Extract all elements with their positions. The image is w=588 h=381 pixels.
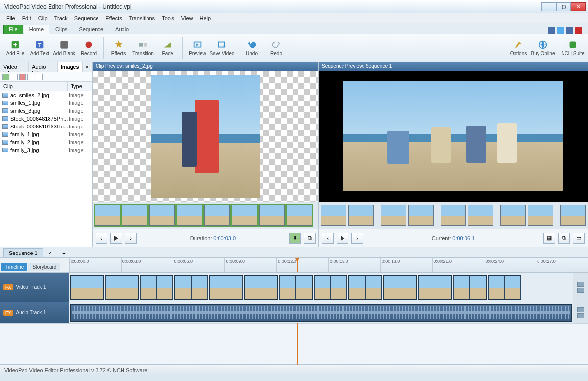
bin-item[interactable]: smiles_3.jpgImage xyxy=(0,107,92,115)
video-clip[interactable] xyxy=(453,275,487,300)
filmstrip-thumb[interactable] xyxy=(468,205,493,226)
video-clip[interactable] xyxy=(279,275,313,300)
video-track-header[interactable]: FX Video Track 1 xyxy=(0,273,69,302)
bin-view-icon[interactable] xyxy=(36,74,43,80)
clip-in-button[interactable]: ⬇ xyxy=(289,233,301,244)
bin-item[interactable]: ac_smiles_2.jpgImage xyxy=(0,91,92,99)
track-fx-badge[interactable]: FX xyxy=(3,284,13,290)
filmstrip-thumb[interactable] xyxy=(122,205,147,226)
timeline-empty-area[interactable] xyxy=(0,323,588,364)
video-clip[interactable] xyxy=(140,275,173,300)
menu-clip[interactable]: Clip xyxy=(35,14,50,22)
bin-item[interactable]: family_1.jpgImage xyxy=(0,130,92,138)
options-button[interactable]: Options xyxy=(507,35,530,61)
filmstrip-thumb[interactable] xyxy=(204,205,230,226)
video-clip[interactable] xyxy=(209,275,243,300)
storyboard-view-button[interactable]: Storyboard xyxy=(28,263,60,271)
video-clip[interactable] xyxy=(244,275,278,300)
seq-split-button[interactable]: ⧉ xyxy=(558,233,570,244)
filmstrip-thumb[interactable] xyxy=(321,205,346,226)
bin-item[interactable]: Stock_0006510163Ho...Image xyxy=(0,123,92,130)
redo-button[interactable]: Redo xyxy=(265,35,288,61)
clip-next-button[interactable]: › xyxy=(125,233,137,244)
bin-item[interactable]: family_3.jpgImage xyxy=(0,146,92,154)
minimize-button[interactable]: — xyxy=(541,2,556,11)
maximize-button[interactable]: ▢ xyxy=(556,2,571,11)
filmstrip-thumb[interactable] xyxy=(259,205,285,226)
add-blank-button[interactable]: Add Blank xyxy=(52,35,76,61)
menu-edit[interactable]: Edit xyxy=(19,14,34,22)
seq-next-button[interactable]: › xyxy=(351,233,363,244)
timeline-ruler[interactable]: 0:00:00.0 0:00:03.0 0:00:06.0 0:00:09.0 … xyxy=(69,258,588,272)
seq-current-value[interactable]: 0:00:06.1 xyxy=(452,235,475,241)
youtube-icon[interactable] xyxy=(575,27,582,34)
ribbon-tab-clips[interactable]: Clips xyxy=(50,25,73,34)
sequence-add-button[interactable]: + xyxy=(57,248,71,257)
nch-suite-button[interactable]: NCH Suite xyxy=(561,35,585,61)
seq-play-button[interactable] xyxy=(337,233,348,244)
add-text-button[interactable]: TAdd Text xyxy=(28,35,51,61)
clip-play-button[interactable] xyxy=(110,233,122,244)
video-clip[interactable] xyxy=(174,275,208,300)
bin-item[interactable]: Stock_0006481875Ph...Image xyxy=(0,115,92,123)
video-track-content[interactable] xyxy=(69,273,573,302)
bin-item[interactable]: smiles_1.jpgImage xyxy=(0,99,92,107)
seq-snapshot-button[interactable]: ▦ xyxy=(543,233,555,244)
video-clip[interactable] xyxy=(488,275,521,300)
track-solo-icon[interactable] xyxy=(577,313,584,318)
transition-button[interactable]: Transition xyxy=(131,35,155,61)
ribbon-tab-sequence[interactable]: Sequence xyxy=(74,25,109,34)
save-video-button[interactable]: Save Video xyxy=(210,35,234,61)
menu-help[interactable]: Help xyxy=(196,14,214,22)
facebook-icon[interactable] xyxy=(548,27,555,34)
filmstrip-thumb[interactable] xyxy=(287,205,312,226)
clip-out-button[interactable]: ⧉ xyxy=(304,233,316,244)
video-clip[interactable] xyxy=(70,275,104,300)
bin-tab-video[interactable]: Video Files xyxy=(0,62,29,72)
filmstrip-thumb[interactable] xyxy=(177,205,202,226)
close-button[interactable]: ✕ xyxy=(571,2,586,11)
video-clip[interactable] xyxy=(314,275,347,300)
menu-view[interactable]: View xyxy=(178,14,196,22)
filmstrip-thumb[interactable] xyxy=(348,205,374,226)
gplus-icon[interactable] xyxy=(566,27,573,34)
seq-prev-button[interactable]: ‹ xyxy=(322,233,334,244)
buy-online-button[interactable]: Buy Online xyxy=(531,35,555,61)
twitter-icon[interactable] xyxy=(557,27,564,34)
video-clip[interactable] xyxy=(383,275,417,300)
menu-effects[interactable]: Effects xyxy=(102,14,124,22)
bin-action-icon[interactable] xyxy=(11,74,18,80)
menu-tools[interactable]: Tools xyxy=(159,14,177,22)
filmstrip-thumb[interactable] xyxy=(500,205,526,226)
bin-header-type[interactable]: Type xyxy=(68,82,92,91)
track-lock-icon[interactable] xyxy=(577,282,584,287)
sequence-preview-screen[interactable] xyxy=(319,71,588,202)
undo-button[interactable]: Undo xyxy=(240,35,264,61)
sequence-tab[interactable]: Sequence 1 xyxy=(3,248,43,257)
video-clip[interactable] xyxy=(105,275,139,300)
menu-track[interactable]: Track xyxy=(51,14,71,22)
bin-tab-audio[interactable]: Audio Files xyxy=(29,62,57,72)
bin-delete-icon[interactable] xyxy=(19,74,26,80)
clip-preview-screen[interactable] xyxy=(93,71,318,202)
bin-close-icon[interactable]: × xyxy=(83,62,92,72)
bin-header-clip[interactable]: Clip xyxy=(0,82,68,91)
track-fx-badge[interactable]: FX xyxy=(3,310,13,316)
record-button[interactable]: Record xyxy=(77,35,100,61)
clip-duration-value[interactable]: 0:00:03.0 xyxy=(213,235,236,241)
bin-add-icon[interactable] xyxy=(2,74,9,80)
menu-sequence[interactable]: Sequence xyxy=(72,14,102,22)
audio-track-header[interactable]: FX Audio Track 1 xyxy=(0,302,69,323)
filmstrip-thumb[interactable] xyxy=(441,205,466,226)
ribbon-tab-home[interactable]: Home xyxy=(24,25,49,34)
add-file-button[interactable]: Add File xyxy=(3,35,27,61)
fade-button[interactable]: Fade xyxy=(156,35,179,61)
video-clip[interactable] xyxy=(348,275,382,300)
bin-tab-images[interactable]: Images xyxy=(58,62,83,72)
video-clip[interactable] xyxy=(418,275,452,300)
ribbon-file-button[interactable]: File xyxy=(3,25,23,34)
track-lock-icon[interactable] xyxy=(577,307,584,312)
sequence-add-button[interactable]: × xyxy=(43,248,57,257)
filmstrip-thumb[interactable] xyxy=(381,205,406,226)
menu-file[interactable]: File xyxy=(3,14,18,22)
